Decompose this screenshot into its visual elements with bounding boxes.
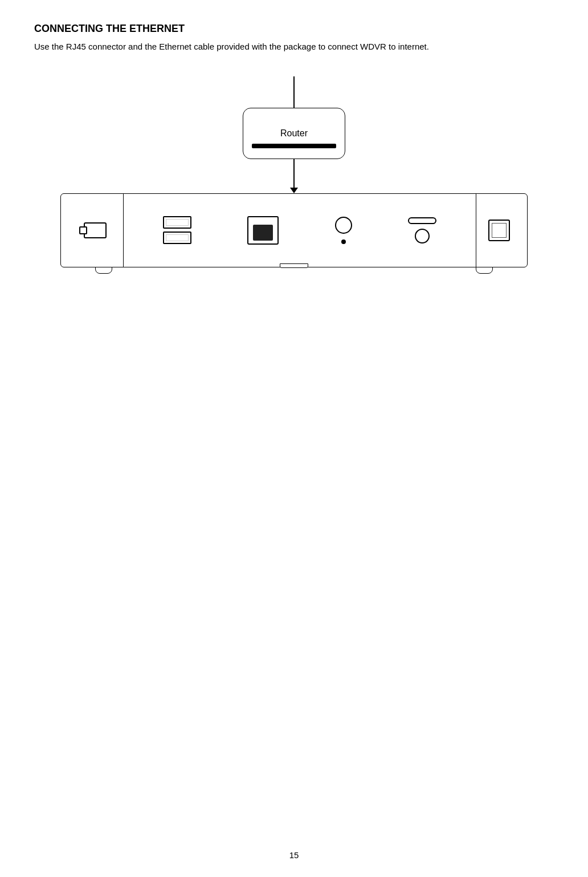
dvr-bottom-slot bbox=[280, 263, 308, 268]
usb-port-2 bbox=[163, 232, 191, 244]
dvr-right-section bbox=[476, 194, 521, 267]
section-title: CONNECTING THE ETHERNET bbox=[34, 23, 554, 35]
slot-button-group bbox=[408, 217, 436, 243]
page-content: CONNECTING THE ETHERNET Use the RJ45 con… bbox=[0, 0, 588, 290]
router-stripe bbox=[252, 144, 336, 148]
dvr-device bbox=[60, 193, 528, 267]
usb-port-1 bbox=[163, 216, 191, 229]
ethernet-port bbox=[247, 216, 279, 245]
right-port bbox=[488, 220, 510, 241]
connection-arrow bbox=[290, 159, 298, 193]
indicator-dot bbox=[341, 239, 346, 244]
plug-icon bbox=[84, 222, 107, 238]
dvr-foot-left bbox=[95, 267, 112, 274]
diagram-area: Router bbox=[34, 76, 554, 267]
slot-bar bbox=[408, 217, 436, 224]
arrow-head bbox=[290, 188, 298, 193]
router-label: Router bbox=[280, 128, 308, 139]
power-button bbox=[335, 217, 352, 234]
ethernet-port-inner bbox=[253, 225, 273, 241]
arrow-line-top bbox=[293, 159, 295, 188]
router-container: Router bbox=[243, 76, 345, 159]
dvr-middle-section bbox=[124, 216, 476, 245]
ethernet-port-group bbox=[247, 216, 279, 245]
page-number: 15 bbox=[289, 850, 299, 860]
slot-circle bbox=[415, 229, 430, 243]
usb-ports bbox=[163, 216, 191, 244]
section-description: Use the RJ45 connector and the Ethernet … bbox=[34, 40, 554, 54]
center-controls bbox=[335, 217, 352, 244]
dvr-left-section bbox=[67, 194, 124, 267]
router-body: Router bbox=[243, 108, 345, 159]
dvr-foot-right bbox=[476, 267, 493, 274]
router-antenna bbox=[293, 76, 295, 108]
